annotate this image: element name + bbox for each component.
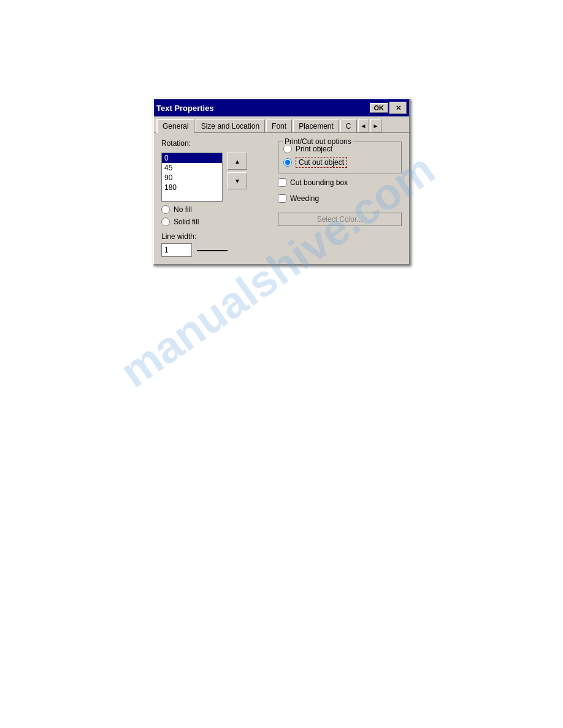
print-cut-group: Print/Cut out options Print object Cut o…: [278, 142, 402, 173]
dialog: Text Properties OK ✕ General Size and Lo…: [153, 98, 410, 265]
left-column: Rotation: 0 45 90 180 ▲ ▼: [161, 139, 272, 257]
select-color-button[interactable]: Select Color...: [278, 213, 402, 226]
cut-bounding-box-label: Cut bounding box: [290, 178, 348, 187]
line-width-label: Line width:: [161, 232, 272, 241]
tab-scroll-left[interactable]: ◄: [358, 119, 369, 132]
cut-out-object-option[interactable]: Cut out object: [283, 157, 396, 168]
rotation-row: 0 45 90 180 ▲ ▼: [161, 153, 272, 202]
line-width-input[interactable]: [161, 243, 192, 257]
content-row: Rotation: 0 45 90 180 ▲ ▼: [161, 139, 402, 257]
cut-out-object-radio[interactable]: [283, 158, 292, 167]
rotation-item-90[interactable]: 90: [162, 173, 222, 183]
print-cut-radio-group: Print object Cut out object: [283, 145, 396, 168]
close-button[interactable]: ✕: [389, 102, 407, 114]
print-object-option[interactable]: Print object: [283, 145, 396, 153]
rotation-label: Rotation:: [161, 139, 272, 148]
print-cut-group-label: Print/Cut out options: [283, 137, 353, 146]
cut-bounding-box-checkbox[interactable]: [278, 178, 286, 187]
tabs-container: General Size and Location Font Placement…: [154, 116, 409, 133]
rotation-item-180[interactable]: 180: [162, 183, 222, 192]
cut-bounding-box-option[interactable]: Cut bounding box: [278, 178, 402, 187]
right-column: Print/Cut out options Print object Cut o…: [278, 139, 402, 257]
spin-buttons: ▲ ▼: [228, 153, 247, 189]
dialog-content: Rotation: 0 45 90 180 ▲ ▼: [154, 133, 409, 264]
no-fill-label: No fill: [174, 205, 192, 214]
rotation-item-45[interactable]: 45: [162, 163, 222, 173]
tab-placement[interactable]: Placement: [293, 119, 339, 132]
tab-scroll-right[interactable]: ►: [370, 119, 381, 132]
no-fill-option[interactable]: No fill: [161, 205, 272, 214]
line-width-section: Line width:: [161, 232, 272, 257]
rotation-listbox[interactable]: 0 45 90 180: [161, 153, 223, 202]
print-object-radio[interactable]: [283, 145, 292, 153]
spin-up-button[interactable]: ▲: [228, 153, 247, 170]
spin-down-button[interactable]: ▼: [228, 172, 247, 189]
weeding-option[interactable]: Weeding: [278, 194, 402, 203]
line-width-row: [161, 243, 272, 257]
solid-fill-option[interactable]: Solid fill: [161, 218, 272, 226]
no-fill-radio[interactable]: [161, 205, 170, 214]
dialog-title: Text Properties: [156, 104, 370, 113]
title-bar-buttons: OK ✕: [370, 102, 407, 114]
ok-button[interactable]: OK: [370, 103, 389, 113]
tab-font[interactable]: Font: [266, 119, 292, 132]
title-bar: Text Properties OK ✕: [154, 99, 409, 116]
tab-c[interactable]: C: [340, 119, 357, 132]
line-preview: [197, 250, 228, 251]
tab-scroll-buttons: ◄ ►: [358, 119, 381, 132]
tab-size-location[interactable]: Size and Location: [196, 119, 265, 132]
weeding-checkbox[interactable]: [278, 194, 286, 203]
print-object-label: Print object: [296, 145, 332, 153]
tab-general[interactable]: General: [156, 119, 194, 133]
rotation-item-0[interactable]: 0: [162, 153, 222, 163]
cut-out-object-label: Cut out object: [296, 157, 347, 168]
fill-options: No fill Solid fill: [161, 205, 272, 226]
weeding-label: Weeding: [290, 194, 319, 203]
solid-fill-label: Solid fill: [174, 218, 199, 226]
solid-fill-radio[interactable]: [161, 218, 170, 226]
